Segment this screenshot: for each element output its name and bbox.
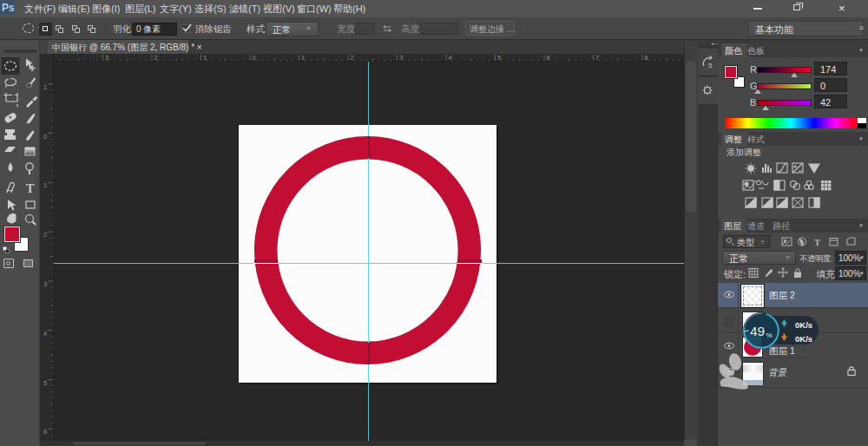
svg-text:2: 2 <box>155 54 158 62</box>
svg-text:1: 1 <box>301 54 305 62</box>
svg-text:1: 1 <box>43 181 47 189</box>
svg-text:%: % <box>766 331 773 339</box>
svg-text:6: 6 <box>43 428 47 436</box>
svg-text:0: 0 <box>253 54 256 62</box>
svg-text:5: 5 <box>43 379 47 387</box>
svg-text:2: 2 <box>351 54 354 62</box>
svg-text:1: 1 <box>203 54 207 62</box>
svg-text:49: 49 <box>750 324 765 338</box>
svg-text:4: 4 <box>449 54 452 62</box>
svg-text:5: 5 <box>497 54 501 62</box>
svg-text:7: 7 <box>595 54 599 62</box>
svg-text:3: 3 <box>105 54 108 62</box>
svg-text:4: 4 <box>43 330 47 338</box>
svg-text:8: 8 <box>645 54 648 62</box>
svg-text:T: T <box>814 237 821 247</box>
svg-text:3: 3 <box>399 54 403 62</box>
svg-text:0: 0 <box>43 133 47 141</box>
svg-text:6: 6 <box>547 54 550 62</box>
svg-text:T: T <box>26 182 35 195</box>
svg-text:2: 2 <box>43 231 47 239</box>
svg-text:5: 5 <box>708 62 713 69</box>
svg-text:3: 3 <box>43 280 47 288</box>
svg-text:1: 1 <box>43 83 47 91</box>
